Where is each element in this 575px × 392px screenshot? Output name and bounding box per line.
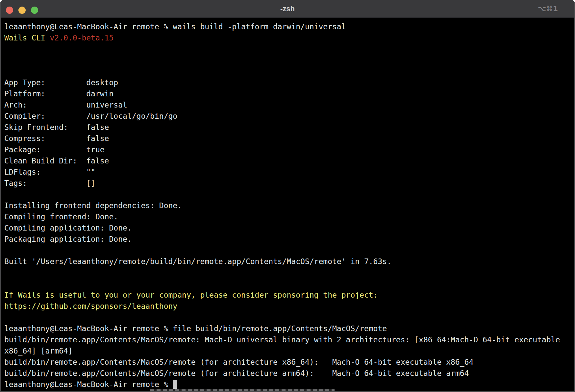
file-output-text: build/bin/remote.app/Contents/MacOS/remo… xyxy=(4,369,469,378)
tab-shortcut-label: ⌥⌘1 xyxy=(538,0,558,17)
progress-text: Compiling application: Done. xyxy=(4,224,132,232)
sponsor-message-line: If Wails is useful to you or your compan… xyxy=(4,289,571,301)
file-output-line-1: build/bin/remote.app/Contents/MacOS/remo… xyxy=(4,334,571,345)
terminal-window: -zsh ⌥⌘1 leaanthony@Leas-MacBook-Air rem… xyxy=(0,0,575,392)
prompt-command-text: leaanthony@Leas-MacBook-Air remote % fil… xyxy=(4,324,387,333)
file-output-line-x86: build/bin/remote.app/Contents/MacOS/remo… xyxy=(4,356,571,368)
config-row-compiler: Compiler:/usr/local/go/bin/go xyxy=(4,110,571,122)
config-row-skip-frontend: Skip Frontend:false xyxy=(4,122,571,133)
blank-line xyxy=(4,55,571,66)
config-row-arch: Arch:universal xyxy=(4,99,571,110)
built-result-line: Built '/Users/leaanthony/remote/build/bi… xyxy=(4,256,571,267)
blank-line xyxy=(4,245,571,256)
config-value: /usr/local/go/bin/go xyxy=(86,112,177,120)
config-label: Arch: xyxy=(4,99,86,110)
config-row-tags: Tags:[] xyxy=(4,178,571,189)
terminal-screen[interactable]: leaanthony@Leas-MacBook-Air remote % wai… xyxy=(1,18,574,390)
file-output-line-1-wrap: x86_64] [arm64] xyxy=(4,345,571,356)
config-value: "" xyxy=(86,168,95,176)
blank-line xyxy=(4,312,571,323)
config-value: desktop xyxy=(86,78,118,87)
config-label: Clean Build Dir: xyxy=(4,155,86,166)
config-label: Skip Frontend: xyxy=(4,122,86,133)
config-value: darwin xyxy=(86,89,113,98)
wails-cli-label: Wails CLI xyxy=(4,34,50,42)
blank-line xyxy=(4,189,571,200)
config-row-platform: Platform:darwin xyxy=(4,88,571,99)
progress-text: Installing frontend dependencies: Done. xyxy=(4,201,182,210)
prompt-line-current[interactable]: leaanthony@Leas-MacBook-Air remote % xyxy=(4,379,571,390)
terminal-cursor xyxy=(173,380,177,389)
prompt-text: leaanthony@Leas-MacBook-Air remote % xyxy=(4,380,173,389)
config-value: [] xyxy=(86,179,95,187)
background-window-sliver xyxy=(150,389,335,391)
progress-line-packaging: Packaging application: Done. xyxy=(4,233,571,245)
config-label: Tags: xyxy=(4,178,86,189)
sponsor-url-line: https://github.com/sponsors/leaanthony xyxy=(4,301,571,312)
progress-text: Packaging application: Done. xyxy=(4,235,132,243)
config-label: App Type: xyxy=(4,77,86,88)
window-title: -zsh xyxy=(1,0,574,17)
config-value: universal xyxy=(86,101,127,109)
config-value: false xyxy=(86,157,109,165)
progress-line-deps: Installing frontend dependencies: Done. xyxy=(4,200,571,211)
wails-version-label: v2.0.0-beta.15 xyxy=(50,34,113,42)
config-row-package: Package:true xyxy=(4,144,571,155)
prompt-line-file: leaanthony@Leas-MacBook-Air remote % fil… xyxy=(4,323,571,334)
config-value: false xyxy=(86,134,109,143)
file-output-text: x86_64] [arm64] xyxy=(4,347,73,355)
file-output-text: build/bin/remote.app/Contents/MacOS/remo… xyxy=(4,358,473,366)
progress-line-frontend: Compiling frontend: Done. xyxy=(4,211,571,222)
wails-banner-line: Wails CLI v2.0.0-beta.15 xyxy=(4,32,571,43)
prompt-line-build: leaanthony@Leas-MacBook-Air remote % wai… xyxy=(4,21,571,32)
config-row-clean-build-dir: Clean Build Dir:false xyxy=(4,155,571,166)
config-label: LDFlags: xyxy=(4,166,86,178)
config-value: false xyxy=(86,123,109,132)
blank-line xyxy=(4,278,571,289)
blank-line xyxy=(4,43,571,55)
blank-line xyxy=(4,66,571,77)
config-label: Platform: xyxy=(4,88,86,99)
config-label: Compiler: xyxy=(4,110,86,122)
sponsor-url: https://github.com/sponsors/leaanthony xyxy=(4,302,177,310)
blank-line xyxy=(4,267,571,278)
progress-line-application: Compiling application: Done. xyxy=(4,222,571,233)
config-label: Package: xyxy=(4,144,86,155)
config-row-compress: Compress:false xyxy=(4,133,571,144)
progress-text: Compiling frontend: Done. xyxy=(4,212,118,221)
built-result-text: Built '/Users/leaanthony/remote/build/bi… xyxy=(4,257,391,266)
file-output-line-arm: build/bin/remote.app/Contents/MacOS/remo… xyxy=(4,368,571,379)
sponsor-message-text: If Wails is useful to you or your compan… xyxy=(4,291,378,299)
prompt-command-text: leaanthony@Leas-MacBook-Air remote % wai… xyxy=(4,22,346,31)
config-row-app-type: App Type:desktop xyxy=(4,77,571,88)
file-output-text: build/bin/remote.app/Contents/MacOS/remo… xyxy=(4,335,560,344)
config-label: Compress: xyxy=(4,133,86,144)
config-value: true xyxy=(86,145,104,154)
titlebar[interactable]: -zsh ⌥⌘1 xyxy=(1,0,574,18)
config-row-ldflags: LDFlags:"" xyxy=(4,166,571,178)
